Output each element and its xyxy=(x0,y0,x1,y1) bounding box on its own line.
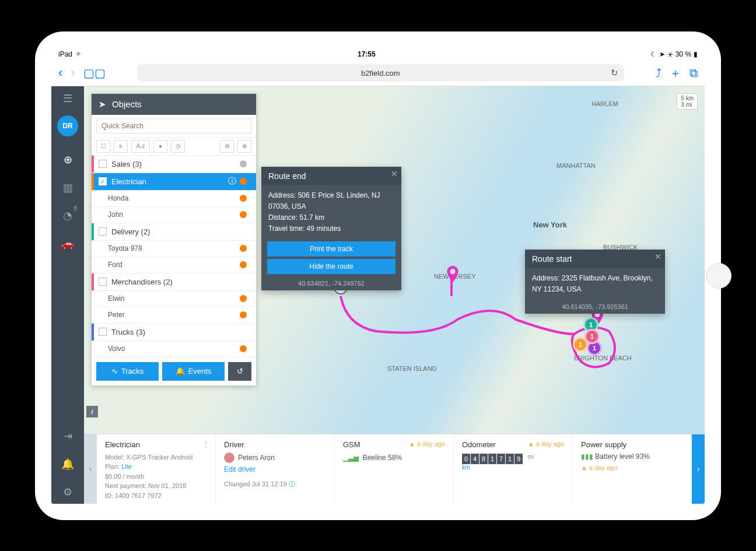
objects-toolbar: ☐ ≡ A-z ● ◷ ⚙ ⊕ xyxy=(92,138,256,156)
settings-filters-icon[interactable]: ⚙ xyxy=(220,140,234,153)
close-icon[interactable]: ✕ xyxy=(391,169,398,178)
route-start-title: Route start xyxy=(532,254,572,264)
map-scale: 5 km3 mi xyxy=(677,93,698,110)
object-item[interactable]: Toyota 978 xyxy=(92,241,256,257)
nav-globe-icon[interactable]: ⊕ xyxy=(56,148,79,171)
clock: 17:55 xyxy=(83,50,650,58)
signal-icon: ▁▃▅ xyxy=(343,454,359,462)
route-end-popup: Route end✕ Address: 506 E Price St, Lind… xyxy=(261,167,401,291)
select-all-checkbox[interactable]: ☐ xyxy=(96,140,110,153)
status-bar: iPadᯤ 17:55 ☾➤⚹30 %▮ xyxy=(51,48,705,61)
route-point-marker[interactable] xyxy=(444,266,461,282)
card-driver: Driver Peters Aron Edit driver Changed J… xyxy=(216,434,335,504)
hide-route-button[interactable]: Hide the route xyxy=(267,259,396,274)
target-icon[interactable]: ⊕ xyxy=(237,140,251,153)
nav-reports-icon[interactable]: ▥ xyxy=(56,176,79,199)
warning-icon: ▲ xyxy=(581,464,587,471)
odometer-digits: 0481719 xyxy=(462,454,523,464)
status-filter-icon[interactable]: ● xyxy=(153,140,167,153)
object-item[interactable]: Honda xyxy=(92,191,256,207)
card-gsm-title: GSM xyxy=(343,440,360,449)
wifi-icon: ᯤ xyxy=(76,50,83,58)
nav-notifications-icon[interactable]: 🔔 xyxy=(56,452,79,476)
history-button[interactable]: ↺ xyxy=(228,362,251,381)
location-arrow-icon: ➤ xyxy=(99,99,106,110)
battery-icon: ▮▮▮ xyxy=(581,452,593,461)
object-item[interactable]: Volvo xyxy=(92,341,256,357)
card-menu-icon[interactable]: ⋮ xyxy=(202,440,209,448)
home-button[interactable] xyxy=(706,263,732,289)
objects-list: Sales (3) ✓Electricianⓘ Honda John Deliv… xyxy=(92,156,256,357)
object-item[interactable]: Elwin xyxy=(92,291,256,307)
group-trucks[interactable]: Trucks (3) xyxy=(92,324,256,341)
new-tab-icon[interactable]: ＋ xyxy=(670,65,681,81)
nav-settings-icon[interactable]: ⚙ xyxy=(56,480,79,504)
back-button[interactable]: ‹ xyxy=(58,65,62,80)
card-object: Electrician ⋮ Model: X-GPS Tracker Andro… xyxy=(97,434,216,504)
route-start-address: Address: 2325 Flatbush Ave, Brooklyn, NY… xyxy=(532,273,658,295)
route-end-address: Address: 506 E Price St, Linden, NJ 0703… xyxy=(268,190,394,212)
events-button[interactable]: 🔔Events xyxy=(162,362,225,381)
cluster-marker-4[interactable]: 1 xyxy=(584,329,600,344)
bookmarks-icon[interactable]: ▢▢ xyxy=(83,66,106,80)
group-merchandisers[interactable]: Merchandisers (2) xyxy=(92,273,256,291)
url-bar[interactable]: b2field.com ↻ xyxy=(137,64,624,82)
browser-toolbar: ‹ › ▢▢ b2field.com ↻ ⤴ ＋ ⧉ xyxy=(51,61,705,86)
svg-point-2 xyxy=(450,269,456,274)
bell-icon: 🔔 xyxy=(176,367,185,375)
forward-button[interactable]: › xyxy=(71,65,75,80)
tabs-icon[interactable]: ⧉ xyxy=(690,66,698,80)
card-power-title: Power supply xyxy=(581,440,683,449)
object-item[interactable]: John xyxy=(92,207,256,223)
group-sales[interactable]: Sales (3) xyxy=(92,156,256,173)
list-view-icon[interactable]: ≡ xyxy=(114,140,128,153)
nav-fleet-icon[interactable]: 🚗 xyxy=(56,232,79,255)
route-end-coords: 40.634821, -74.249762 xyxy=(261,276,401,290)
object-item[interactable]: Ford xyxy=(92,257,256,273)
device-label: iPad xyxy=(58,50,72,58)
group-electrician[interactable]: ✓Electricianⓘ xyxy=(92,173,256,191)
nav-alerts-icon[interactable]: ◔β xyxy=(56,204,79,227)
battery-label: 30 % xyxy=(676,50,691,58)
warning-icon: ▲ xyxy=(528,440,534,447)
route-end-travel: Travel time: 49 minutes xyxy=(268,223,394,234)
info-icon[interactable]: ⓘ xyxy=(289,480,295,487)
tracks-button[interactable]: ∿Tracks xyxy=(96,362,159,381)
nav-device-icon[interactable]: ⇥ xyxy=(56,424,79,448)
objects-header: ➤ Objects xyxy=(92,94,256,115)
reload-icon[interactable]: ↻ xyxy=(611,68,618,78)
map-label-ny: New York xyxy=(533,220,567,229)
moon-icon: ☾ xyxy=(650,50,657,58)
route-start-coords: 40.614035, -73.926361 xyxy=(525,300,665,314)
route-icon: ∿ xyxy=(111,367,118,375)
map-area[interactable]: New York MANHATTAN BRIGHTON BEACH HARLEM… xyxy=(84,86,705,504)
info-cards-strip: ‹ Electrician ⋮ Model: X-GPS Tracker And… xyxy=(84,434,705,504)
edit-driver-link[interactable]: Edit driver xyxy=(224,465,326,473)
speed-filter-icon[interactable]: ◷ xyxy=(171,140,185,153)
info-chip[interactable]: i xyxy=(86,406,98,417)
info-icon[interactable]: ⓘ xyxy=(228,176,236,187)
map-label-harlem: HARLEM xyxy=(592,100,618,107)
cards-scroll-left[interactable]: ‹ xyxy=(84,434,97,504)
objects-title: Objects xyxy=(112,99,142,109)
url-text: b2field.com xyxy=(361,69,400,78)
card-gsm: GSM ▲ a day ago ▁▃▅ Beeline 58% xyxy=(335,434,454,504)
menu-icon[interactable]: ☰ xyxy=(63,92,72,105)
group-delivery[interactable]: Delivery (2) xyxy=(92,223,256,241)
user-avatar[interactable]: DR xyxy=(57,115,78,136)
close-icon[interactable]: ✕ xyxy=(654,252,662,261)
card-object-title: Electrician xyxy=(105,440,207,449)
sort-az-button[interactable]: A-z xyxy=(131,140,150,153)
object-item[interactable]: Peter xyxy=(92,307,256,324)
print-track-button[interactable]: Print the track xyxy=(267,241,396,257)
card-power: Power supply ▮▮▮ Battery level 93% ▲ a d… xyxy=(573,434,692,504)
share-icon[interactable]: ⤴ xyxy=(656,66,662,80)
cards-scroll-right[interactable]: › xyxy=(692,434,705,504)
location-icon: ➤ xyxy=(659,50,665,58)
battery-icon: ▮ xyxy=(694,50,698,58)
map-label-brighton: BRIGHTON BEACH xyxy=(574,355,632,362)
route-end-distance: Distance: 51.7 km xyxy=(268,212,394,223)
map-label-staten: STATEN ISLAND xyxy=(387,365,437,372)
objects-search-input[interactable] xyxy=(96,118,251,134)
main-sidenav: ☰ DR ⊕ ▥ ◔β 🚗 ⇥ 🔔 ⚙ xyxy=(51,86,84,504)
